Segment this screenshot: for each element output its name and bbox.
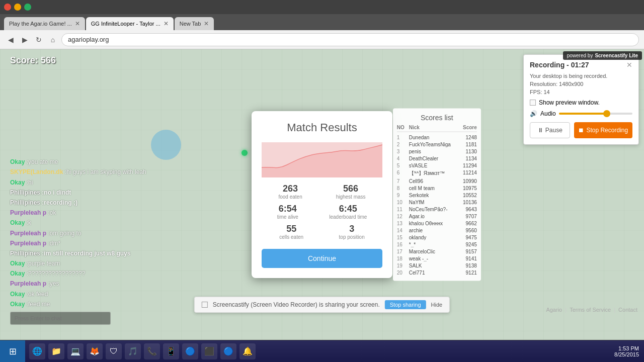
stop-icon: ⏹ [578,127,584,134]
score-value: 10552 [457,192,477,198]
chat-text: :recording ;) [42,199,77,206]
chat-message: Okay :ok feed [10,290,221,299]
score-rank: 20 [397,269,408,275]
score-list-item: 19 SALK 9138 [397,262,477,269]
highest-mass-value: 566 [336,184,366,194]
taskbar-icon-app1[interactable]: ⬛ [201,343,217,359]
tab-bar: Play the Agar.io Game! ... ✕ GG Infinite… [0,14,644,30]
chat-input[interactable] [10,312,111,325]
tab-label: GG InfiniteLooper - Taylor ... [91,21,160,27]
forward-button[interactable]: ▶ [19,34,30,45]
score-rank: 8 [397,185,408,191]
sc-stop-button[interactable]: ⏹ Stop Recording [574,122,632,138]
top-position-value: 3 [339,224,365,234]
tab-close-icon[interactable]: ✕ [164,20,169,27]
stat-food-eaten: 263 food eaten [278,184,302,200]
chat-text: :k [27,219,31,226]
leaderboard-time-label: leaderboard time [329,214,367,220]
chat-name: Okay [10,219,25,226]
chat-name: Okay [10,270,25,277]
taskbar-icon-music[interactable]: 🎵 [125,343,141,359]
score-nick: NoCeuTemPão?- [409,206,456,212]
score-value: 11214 [457,169,477,176]
tab-infinitelooper[interactable]: GG InfiniteLooper - Taylor ... ✕ [86,17,174,30]
footer-link-tos[interactable]: Terms of Service [570,307,611,313]
footer-link-agario[interactable]: Agario [546,307,562,313]
stat-leaderboard-time: 6:45 leaderboard time [329,204,367,220]
brand-name: Screencastify Lite [595,53,638,58]
taskbar-icon-chrome[interactable]: 🔵 [182,343,198,359]
tab-agar[interactable]: Play the Agar.io Game! ... ✕ [4,17,85,30]
chat-name: Purpleleah p [10,240,46,247]
maximize-button[interactable] [24,4,31,11]
stop-label: Stop Recording [586,127,628,134]
tab-close-icon[interactable]: ✕ [204,20,209,27]
sc-header: Recording - 01:27 ✕ [530,61,632,69]
score-value: 10136 [457,199,477,205]
sc-slider-thumb[interactable] [603,110,610,117]
match-results-modal: Match Results 263 food eaten 566 highest… [252,111,392,278]
mini-chart [262,142,382,177]
taskbar-icon-shield[interactable]: 🛡 [106,343,122,359]
footer-link-contact[interactable]: Contact [618,307,637,313]
taskbar-icon-phone[interactable]: 📞 [144,343,160,359]
score-nick: Agar.io [409,213,456,219]
chat-area: Okay :you ate me SKYPE(Landon.dk :hi guy… [10,157,221,310]
score-list-item: 14 archie 9560 [397,227,477,234]
game-area: powered by Screencastify Lite Score: 566… [0,49,644,340]
sharing-stop-button[interactable]: Stop sharing [385,300,426,309]
back-button[interactable]: ◀ [5,34,16,45]
sc-preview-row: Show preview window. [530,99,632,106]
tab-close-icon[interactable]: ✕ [75,20,80,27]
chat-message: Okay :you ate me [10,157,221,167]
stat-cells-eaten: 55 cells eaten [279,224,303,240]
taskbar-icon-viber[interactable]: 📱 [163,343,179,359]
sc-preview-label: Show preview window. [539,99,600,106]
score-rank: 15 [397,234,408,240]
taskbar-icon-app2[interactable]: 🔵 [220,343,236,359]
taskbar-icon-pc[interactable]: 💻 [67,343,84,359]
score-list-item: 16 *_* 9245 [397,241,477,248]
time-alive-value: 6:54 [277,204,298,214]
sc-pause-button[interactable]: ⏸ Pause [530,122,570,138]
close-button[interactable] [4,4,11,11]
tab-newtab[interactable]: New Tab ✕ [175,17,214,30]
taskbar-icon-firefox[interactable]: 🦊 [87,343,103,359]
taskbar-clock: 1:53 PM 8/25/2015 [614,345,639,357]
score-nick: Dunedan [409,134,456,140]
taskbar-icon-app3[interactable]: 🔔 [239,343,256,359]
refresh-button[interactable]: ↻ [33,34,44,45]
score-rank: 11 [397,206,408,212]
chat-text: :feed me [27,301,50,308]
sc-info-line3: FPS: 14 [530,89,632,95]
taskbar-icon-folder[interactable]: 📁 [48,343,64,359]
pause-label: Pause [545,127,562,134]
taskbar-start-button[interactable]: ⊞ [0,340,25,362]
sc-close-icon[interactable]: ✕ [626,61,632,69]
chat-message: Purpleleah p :ok [10,208,221,218]
continue-button[interactable]: Continue [262,249,382,268]
sc-preview-checkbox[interactable] [530,100,536,106]
food-eaten-label: food eaten [278,194,302,200]
address-bar[interactable] [61,33,639,46]
food-eaten-value: 263 [278,184,302,194]
sc-info-line1: Your desktop is being recorded. [530,73,632,79]
score-rank: 13 [397,220,408,226]
chat-message: Okay :????????????????? [10,269,221,279]
chat-text: :no i dindt [42,189,71,196]
tab-label: Play the Agar.io Game! ... [9,21,72,27]
home-button[interactable]: ⌂ [47,34,58,45]
minimize-button[interactable] [14,4,21,11]
score-value: 9560 [457,227,477,233]
highest-mass-label: highest mass [336,194,366,200]
score-display: Score: 566 [10,55,56,66]
taskbar-icon-ie[interactable]: 🌐 [29,343,45,359]
score-value: 9245 [457,241,477,247]
sc-audio-slider[interactable] [559,113,632,115]
score-nick: sVASLE [409,162,456,168]
score-nick: Cel771 [409,269,456,275]
chat-text: :ok [48,209,56,216]
chat-message: Okay :purple team [10,259,221,268]
score-list-item: 7 Cell96 10990 [397,177,477,185]
sharing-hide-button[interactable]: Hide [431,302,443,308]
